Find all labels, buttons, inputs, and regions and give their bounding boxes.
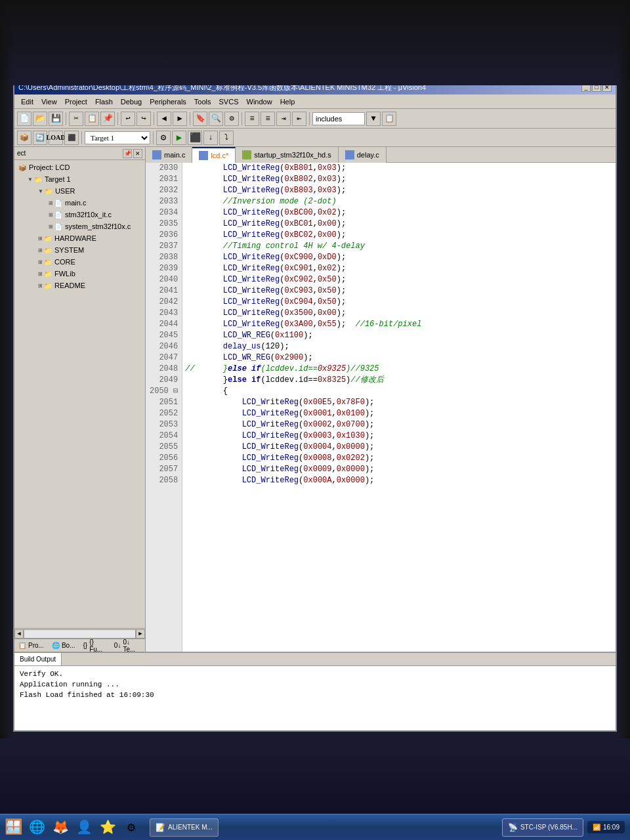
panel-tab-te[interactable]: 0↓ 0↓ Te... [110, 637, 145, 652]
save-button[interactable]: 💾 [49, 112, 63, 126]
tree-user-folder[interactable]: ▼ 📁 USER [16, 185, 144, 197]
menu-tools[interactable]: Tools [190, 96, 215, 107]
settings-button[interactable]: 📋 [382, 112, 396, 126]
browser-icon[interactable]: 🦊 [50, 817, 71, 838]
code-line-2038: LCD_WriteReg(0xC900,0xD0); [185, 252, 613, 263]
menu-svcs[interactable]: SVCS [215, 96, 243, 107]
tree-fwlib-folder[interactable]: ⊞ 📁 FWLib [16, 268, 144, 280]
tree-main-c[interactable]: ⊞ 📄 main.c [16, 197, 144, 209]
network-icon: 📶 [593, 824, 600, 831]
sep7 [81, 131, 82, 144]
menu-flash[interactable]: Flash [91, 96, 117, 107]
menu-project[interactable]: Project [61, 96, 91, 107]
ie-icon[interactable]: 🌐 [26, 817, 47, 838]
readme-expand-icon: ⊞ [38, 283, 43, 289]
build-output-line: Verify OK. [20, 669, 610, 679]
line-num-2054: 2054 [150, 430, 178, 442]
load-btn[interactable]: LOAD [49, 131, 63, 145]
line-num-2042: 2042 [150, 297, 178, 308]
tab-lcd-c[interactable]: lcd.c* [192, 147, 236, 163]
tree-stm32-it[interactable]: ⊞ 📄 stm32f10x_it.c [16, 209, 144, 220]
compile-button[interactable]: ⚙ [224, 112, 239, 126]
panel-tab-bo[interactable]: 🌐 Bo... [48, 640, 79, 650]
target-options-btn[interactable]: ⚙ [156, 131, 171, 145]
sys-tray: 📶 16:09 [587, 821, 625, 833]
tree-system-folder[interactable]: ⊞ 📁 SYSTEM [16, 244, 144, 256]
indent-button[interactable]: ⇥ [276, 112, 291, 126]
tree-system-stm32[interactable]: ⊞ 📄 system_stm32f10x.c [16, 220, 144, 232]
tab-main-c[interactable]: main.c [146, 147, 192, 163]
includes-input[interactable] [312, 112, 365, 125]
toolbar-2: 📦 🔄 LOAD ⬛ Target 1 ⚙ ▶ ⬛ ↓ ⤵ [14, 129, 616, 147]
back-button[interactable]: ◀ [157, 112, 171, 126]
build-btn[interactable]: 📦 [17, 131, 32, 145]
circle-icon[interactable]: ⚙ [121, 817, 142, 838]
open-file-button[interactable]: 📂 [33, 112, 47, 126]
undo-button[interactable]: ↩ [121, 112, 135, 126]
target-expand-icon: ▼ [28, 177, 33, 182]
tab-startup[interactable]: startup_stm32f10x_hd.s [236, 147, 338, 163]
tree-core-folder[interactable]: ⊞ 📁 CORE [16, 256, 144, 268]
fu-icon: {} [83, 642, 87, 649]
line-num-2056: 2056 [150, 453, 178, 464]
rebuild-btn[interactable]: 🔄 [33, 131, 47, 145]
align-right-button[interactable]: ≡ [261, 112, 275, 126]
includes-dropdown[interactable]: ▼ [366, 112, 381, 126]
tree-readme-folder[interactable]: ⊞ 📁 README [16, 280, 144, 291]
code-content[interactable]: LCD_WriteReg(0xB801,0x03); LCD_WriteReg(… [182, 163, 616, 652]
outdent-button[interactable]: ⇤ [292, 112, 306, 126]
star-icon[interactable]: ⭐ [97, 817, 118, 838]
find-button[interactable]: 🔍 [209, 112, 223, 126]
forward-button[interactable]: ▶ [173, 112, 187, 126]
code-line-2047: LCD_WR_REG(0x2900); [185, 352, 613, 364]
start-button[interactable]: 🪟 [3, 817, 24, 838]
panel-tab-pro[interactable]: 📋 Pro... [14, 640, 48, 650]
menu-help[interactable]: Help [276, 96, 299, 107]
panel-close-btn[interactable]: ✕ [133, 149, 142, 158]
stc-isp-btn[interactable]: 📡 STC-ISP (V6.85H... [502, 818, 583, 837]
line-num-2045: 2045 [150, 330, 178, 341]
hw-expand-icon: ⊞ [38, 236, 43, 242]
stop-btn[interactable]: ⬛ [188, 131, 202, 145]
active-window-btn[interactable]: 📝 ALIENTEK M... [150, 818, 219, 837]
redo-button[interactable]: ↪ [136, 112, 151, 126]
run-btn[interactable]: ▶ [172, 131, 186, 145]
tree-project-root[interactable]: 📦 Project: LCD [16, 161, 144, 173]
paste-button[interactable]: 📌 [100, 112, 115, 126]
panel-tab-fu[interactable]: {} {} Fu... [79, 637, 110, 652]
menu-debug[interactable]: Debug [117, 96, 146, 107]
menu-window[interactable]: Window [243, 96, 276, 107]
user-folder-icon: 📁 [43, 186, 54, 196]
target-select[interactable]: Target 1 [85, 131, 150, 144]
tab-delay-c[interactable]: delay.c [339, 147, 387, 163]
build-output-line: Flash Load finished at 16:09:30 [20, 690, 610, 700]
debug-start-btn[interactable]: ⬛ [64, 131, 79, 145]
code-line-2055: LCD_WriteReg(0x0004,0x0000); [185, 442, 613, 453]
sep3 [154, 112, 154, 125]
step-over-btn[interactable]: ⤵ [219, 131, 234, 145]
code-line-2044: LCD_WriteReg(0x3A00,0x55); //16-bit/pixe… [185, 319, 613, 330]
panel-tabs: 📋 Pro... 🌐 Bo... {} {} Fu... 0↓ 0↓ Te... [14, 639, 145, 652]
build-output: Verify OK.Application running ...Flash L… [14, 666, 616, 730]
code-line-2058: LCD_WriteReg(0x000A,0x0000); [185, 475, 613, 486]
scroll-left-btn[interactable]: ◀ [14, 629, 24, 639]
new-file-button[interactable]: 📄 [17, 112, 32, 126]
panel-pin-btn[interactable]: 📌 [123, 149, 132, 158]
menu-view[interactable]: View [37, 96, 61, 107]
copy-button[interactable]: 📋 [85, 112, 99, 126]
user-icon[interactable]: 👤 [74, 817, 94, 838]
taskbar-inner: 🪟 🌐 🦊 👤 ⭐ ⚙ 📝 ALIENTEK M... 📡 STC-ISP (V… [0, 814, 630, 840]
tree-target[interactable]: ▼ 📁 Target 1 [16, 173, 144, 185]
menu-edit[interactable]: Edit [17, 96, 37, 107]
cut-button[interactable]: ✂ [69, 112, 83, 126]
step-btn[interactable]: ↓ [203, 131, 218, 145]
stm32it-file-icon: 📄 [53, 209, 64, 220]
build-output-tab[interactable]: Build Output [14, 653, 62, 665]
bookmark-button[interactable]: 🔖 [193, 112, 207, 126]
bottom-tabs: Build Output [14, 653, 616, 666]
line-num-2051: 2051 [150, 397, 178, 408]
code-line-2030: LCD_WriteReg(0xB801,0x03); [185, 163, 613, 174]
menu-peripherals[interactable]: Peripherals [146, 96, 190, 107]
tree-hardware-folder[interactable]: ⊞ 📁 HARDWARE [16, 232, 144, 244]
align-left-button[interactable]: ≡ [245, 112, 259, 126]
